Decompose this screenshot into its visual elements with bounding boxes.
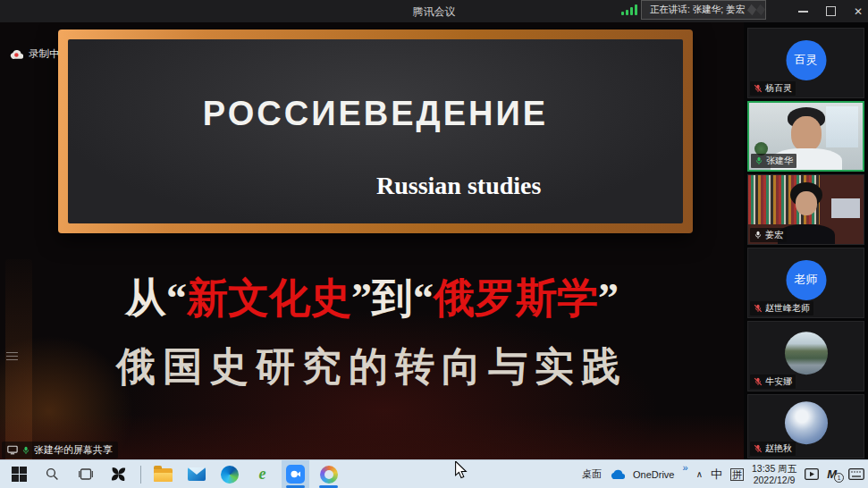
muted-mic-icon	[754, 84, 763, 93]
slide-heading-line2: 俄国史研究的转向与实践	[0, 341, 744, 393]
participant-tile[interactable]: 牛安娜	[747, 321, 864, 391]
speaking-banner-text: 正在讲话: 张建华; 姜宏	[650, 4, 745, 16]
recording-label: 录制中	[29, 47, 60, 61]
clock-date: 2022/12/9	[752, 475, 796, 486]
edge-browser-icon	[221, 466, 239, 484]
avatar-photo-lake	[785, 332, 828, 374]
scene-monitor	[831, 198, 860, 218]
tencent-meeting-taskbar-button[interactable]	[282, 460, 309, 488]
toolbar-overflow-chevron[interactable]: »	[683, 462, 688, 473]
task-view-icon	[79, 468, 93, 480]
tencent-meeting-icon	[286, 465, 305, 484]
system-tray: 桌面 OneDrive » ∧ 中 拼 13:35 周五 2022/12/9 M…	[582, 460, 864, 488]
slide-english-subtitle: Russian studies	[376, 172, 541, 200]
search-button[interactable]	[38, 460, 66, 488]
monitor-icon	[7, 445, 18, 455]
file-explorer-button[interactable]	[149, 460, 177, 488]
restore-button[interactable]	[826, 6, 836, 16]
participant-tile[interactable]: 老师 赵世峰老师	[747, 248, 864, 318]
mic-idle-icon	[754, 231, 763, 240]
slide-russian-title: РОССИЕВЕДЕНИЕ	[68, 95, 683, 133]
touch-keyboard-icon[interactable]	[848, 468, 864, 480]
onedrive-icon[interactable]	[610, 469, 625, 479]
minimize-button[interactable]	[798, 11, 808, 13]
network-signal-icon	[621, 4, 637, 15]
participant-tile[interactable]: 百灵 杨百灵	[747, 28, 864, 98]
search-icon	[46, 467, 59, 481]
name-chip: 赵艳秋	[750, 442, 796, 456]
scene-face	[796, 191, 817, 215]
name-chip: 赵世峰老师	[750, 301, 813, 316]
desktop-toolbar-label[interactable]: 桌面	[582, 467, 602, 481]
windows-logo-icon	[12, 467, 28, 483]
mouse-cursor	[454, 461, 468, 479]
open-app-ring-button[interactable]	[315, 460, 342, 488]
avatar-initials: 老师	[786, 259, 826, 299]
heading-part: ”到“	[351, 275, 434, 321]
participant-name: 杨百灵	[765, 82, 792, 95]
name-chip: 姜宏	[750, 228, 787, 242]
chalkboard-surface: РОССИЕВЕДЕНИЕ Russian studies	[68, 39, 683, 223]
taskbar-clock[interactable]: 13:35 周五 2022/12/9	[752, 463, 796, 485]
heading-part: ”	[598, 275, 619, 321]
pinwheel-icon	[110, 466, 127, 483]
mail-icon	[188, 467, 206, 481]
participant-tile[interactable]: 姜宏	[747, 174, 864, 245]
shared-screen: РОССИЕВЕДЕНИЕ Russian studies 从“新文化史”到“俄…	[0, 22, 744, 460]
mail-button[interactable]	[182, 460, 210, 488]
participant-name: 赵世峰老师	[765, 302, 810, 315]
cloud-record-icon	[9, 49, 23, 59]
green-e-browser-icon: e	[259, 465, 266, 484]
participant-name: 牛安娜	[765, 375, 792, 388]
muted-mic-icon	[754, 304, 763, 313]
task-view-button[interactable]	[72, 460, 99, 488]
avatar-photo-flowers	[785, 401, 828, 444]
menu-watermark-icon	[6, 349, 18, 363]
name-chip: 牛安娜	[750, 374, 796, 389]
scene-window	[826, 106, 858, 147]
heading-part-red: 新文化史	[187, 275, 351, 321]
ime-language-indicator[interactable]: 中	[711, 467, 722, 483]
mic-on-icon	[21, 446, 30, 455]
edge-button[interactable]	[215, 460, 243, 488]
mic-on-icon	[754, 156, 763, 165]
clock-time: 13:35 周五	[752, 463, 796, 475]
folder-icon	[154, 468, 173, 482]
media-player-tray-icon[interactable]	[805, 468, 819, 480]
participant-name: 赵艳秋	[765, 442, 792, 455]
muted-mic-icon	[754, 444, 763, 453]
screen-share-statusbar: 张建华的屏幕共享	[2, 442, 118, 459]
heading-part: 从“	[125, 275, 187, 321]
pinned-app-pinwheel[interactable]	[105, 460, 132, 488]
muted-mic-icon	[754, 377, 763, 386]
hidden-icons-chevron[interactable]: ∧	[696, 469, 703, 479]
participant-name: 姜宏	[765, 229, 783, 241]
name-chip: 张建华	[751, 154, 796, 168]
onedrive-label[interactable]: OneDrive	[633, 469, 674, 480]
ink-badge: 1	[834, 473, 844, 483]
start-button[interactable]	[5, 460, 33, 488]
avatar-initials: 百灵	[786, 39, 826, 80]
participant-tile[interactable]: 赵艳秋	[747, 394, 864, 459]
banner-logo-icon	[748, 6, 764, 13]
speaking-banner: 正在讲话: 张建华; 姜宏	[641, 0, 766, 20]
name-chip: 杨百灵	[750, 81, 796, 96]
blackboard-graphic: РОССИЕВЕДЕНИЕ Russian studies	[58, 29, 693, 233]
participant-tile-speaking[interactable]: 张建华	[747, 101, 864, 172]
close-button[interactable]: ✕	[854, 6, 863, 17]
participant-name: 张建华	[766, 155, 793, 167]
browser-e-button[interactable]: e	[249, 460, 276, 488]
taskbar-separator	[140, 466, 141, 484]
windows-taskbar: e 桌面 OneDrive » ∧ 中 拼 13:35 周五 2022/12/9…	[0, 459, 868, 488]
recording-indicator: 录制中	[9, 47, 60, 61]
colorful-ring-icon	[320, 466, 338, 484]
scene-face	[791, 116, 822, 152]
ime-shape-indicator[interactable]: 拼	[730, 468, 744, 481]
slide-heading-line1: 从“新文化史”到“俄罗斯学”	[0, 271, 744, 326]
ink-m1-tray-icon[interactable]: M1	[827, 467, 837, 481]
share-label: 张建华的屏幕共享	[34, 443, 113, 457]
heading-part-red: 俄罗斯学	[434, 275, 598, 321]
participants-sidebar: 百灵 杨百灵 张建华	[744, 22, 868, 460]
